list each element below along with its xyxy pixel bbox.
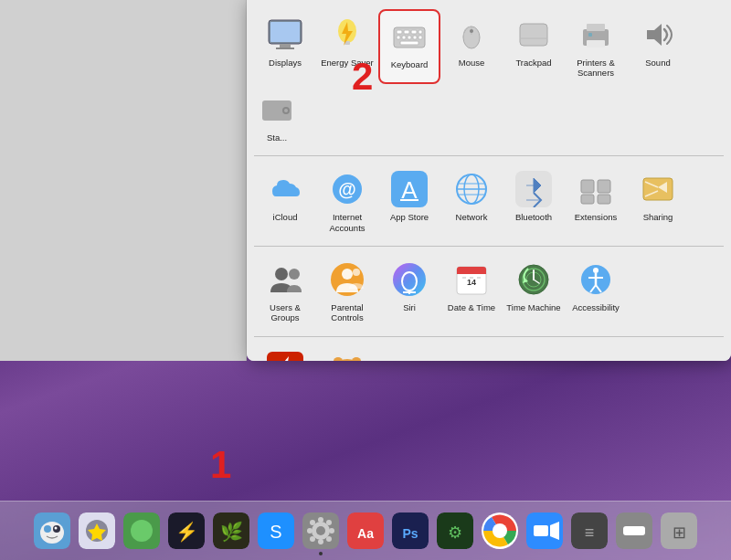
pref-accessibility[interactable]: Accessibility (565, 254, 627, 329)
pref-date-time[interactable]: 14 Date & Time (440, 254, 503, 329)
displays-label: Displays (269, 58, 302, 68)
step-label-1: 1 (210, 443, 231, 487)
time-machine-icon (514, 259, 554, 300)
svg-point-75 (593, 268, 599, 273)
energy-icon (327, 15, 367, 55)
step-label-2: 2 (352, 55, 373, 99)
date-time-label: Date & Time (448, 302, 495, 312)
svg-point-110 (307, 528, 313, 534)
growl-icon (327, 350, 367, 361)
divider-2 (254, 246, 724, 247)
svg-point-111 (329, 528, 334, 534)
pref-keyboard[interactable]: Keyboard (378, 9, 440, 84)
svg-marker-27 (647, 24, 662, 46)
pref-trackpad[interactable]: Trackpad (503, 9, 565, 84)
svg-point-55 (342, 269, 353, 280)
pref-siri[interactable]: Siri (378, 254, 440, 329)
internet-accounts-icon: @ (327, 169, 367, 209)
dock-zoom[interactable] (524, 510, 566, 552)
svg-text:⊞: ⊞ (673, 523, 686, 542)
svg-rect-14 (408, 36, 411, 39)
dock: ⚡ 🌿 S (0, 501, 731, 560)
time-machine-label: Time Machine (506, 302, 560, 312)
bluetooth-icon (514, 169, 554, 209)
trackpad-label: Trackpad (515, 58, 551, 68)
displays-icon (265, 15, 305, 55)
svg-rect-63 (457, 270, 486, 274)
parental-controls-icon (327, 259, 367, 300)
dock-app14[interactable] (613, 510, 655, 552)
dock-app3[interactable] (121, 510, 163, 552)
dock-finder[interactable] (31, 510, 73, 552)
dock-app5[interactable]: 🌿 (210, 510, 252, 552)
svg-point-93 (55, 527, 58, 530)
pref-icloud[interactable]: iCloud (254, 164, 316, 238)
pref-mouse[interactable]: Mouse (440, 9, 503, 84)
pref-flash-player[interactable]: Flash Player (254, 344, 316, 361)
svg-point-109 (318, 539, 323, 544)
pref-internet-accounts[interactable]: @ Internet Accounts (316, 164, 378, 238)
pref-displays[interactable]: Displays (254, 9, 316, 84)
pref-time-machine[interactable]: Time Machine (503, 254, 565, 329)
siri-icon (389, 259, 429, 300)
svg-text:≡: ≡ (585, 523, 595, 542)
dock-skype[interactable]: S (255, 510, 297, 552)
pref-extensions[interactable]: Extensions (565, 164, 627, 238)
svg-rect-3 (276, 48, 294, 49)
date-time-icon: 14 (451, 259, 492, 300)
pref-bluetooth[interactable]: Bluetooth (503, 164, 565, 238)
svg-point-87 (334, 357, 343, 361)
svg-rect-80 (267, 352, 303, 361)
pref-app-store[interactable]: A App Store (378, 164, 440, 238)
divider-1 (254, 155, 724, 156)
svg-rect-12 (397, 36, 400, 39)
pref-growl[interactable]: Growl (316, 344, 378, 361)
dock-launchpad[interactable] (76, 510, 118, 552)
svg-rect-45 (598, 180, 610, 193)
svg-rect-44 (581, 180, 594, 193)
svg-text:⚙: ⚙ (448, 523, 462, 542)
dock-dictionary[interactable]: Aa (344, 510, 387, 552)
pref-users-groups[interactable]: Users & Groups (254, 254, 316, 329)
icloud-label: iCloud (273, 212, 298, 222)
users-groups-icon (265, 259, 305, 300)
icloud-icon (265, 169, 305, 209)
pref-printers-scanners[interactable]: Printers & Scanners (565, 9, 627, 84)
svg-rect-25 (587, 40, 605, 48)
svg-text:Aa: Aa (357, 526, 374, 541)
svg-rect-16 (418, 36, 422, 39)
svg-rect-1 (270, 22, 300, 42)
pref-sharing[interactable]: Sharing (627, 164, 689, 238)
svg-text:🌿: 🌿 (220, 521, 243, 543)
bluetooth-label: Bluetooth (515, 212, 552, 222)
svg-point-124 (493, 523, 507, 538)
svg-text:@: @ (338, 179, 356, 199)
dock-app15[interactable]: ⊞ (658, 510, 700, 552)
dock-photoshop[interactable]: Ps (389, 510, 431, 552)
dock-chrome[interactable] (479, 510, 521, 552)
dock-system-preferences[interactable] (300, 510, 342, 552)
svg-text:Ps: Ps (402, 526, 418, 541)
svg-rect-8 (397, 30, 402, 34)
pref-startup-disk[interactable]: Sta... (254, 84, 300, 148)
svg-rect-46 (581, 195, 594, 204)
accessibility-icon (576, 259, 616, 300)
pref-sound[interactable]: Sound (627, 9, 689, 84)
internet-accounts-label: Internet Accounts (320, 212, 375, 233)
svg-point-90 (40, 522, 64, 544)
keyboard-label: Keyboard (391, 59, 429, 69)
extensions-label: Extensions (575, 212, 617, 222)
svg-rect-21 (520, 24, 547, 46)
svg-rect-10 (411, 30, 417, 34)
dock-app13[interactable]: ≡ (568, 510, 610, 552)
svg-point-52 (275, 268, 288, 280)
svg-rect-17 (400, 41, 418, 45)
dock-app10[interactable]: ⚙ (434, 510, 476, 552)
svg-rect-48 (643, 178, 673, 200)
dock-app4[interactable]: ⚡ (165, 510, 207, 552)
startup-disk-icon (257, 90, 297, 130)
sidebar-panel (0, 0, 247, 361)
network-label: Network (456, 212, 488, 222)
pref-parental-controls[interactable]: Parental Controls (316, 254, 378, 329)
pref-network[interactable]: Network (440, 164, 503, 238)
